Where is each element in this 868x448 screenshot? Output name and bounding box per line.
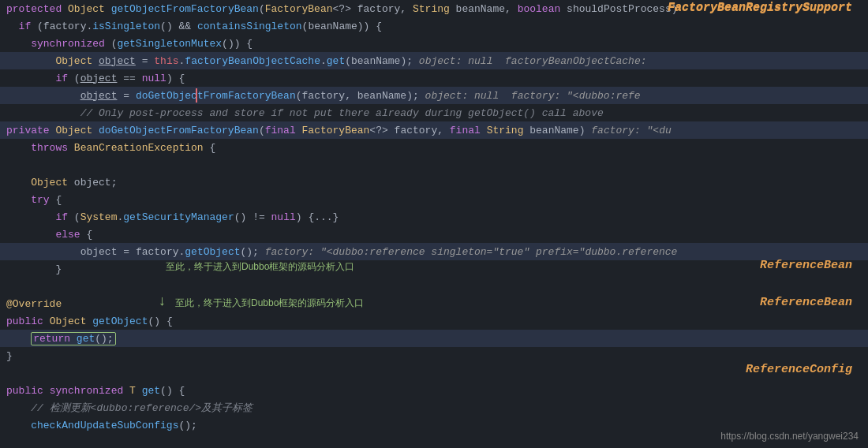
annotation-label-dubbo: 至此，终于进入到Dubbo框架的源码分析入口 [175,297,364,310]
code-line-14: else { [0,226,868,243]
code-line-17 [0,278,868,295]
code-area: protected Object getObjectFromFactoryBea… [0,0,868,448]
keyword-protected: protected [6,3,62,15]
code-line-9: throws BeanCreationException { [0,139,868,156]
code-line-15: object = factory.getObject(); factory: "… [0,243,868,260]
type-object: Object [68,3,105,15]
code-line-10 [0,156,868,174]
code-line-4: Object object = this.factoryBeanObjectCa… [0,52,868,69]
fn-getObject: getObjectFromFactoryBean [111,3,259,15]
reference-config-label: ReferenceConfig [746,363,852,376]
code-line-16: } [0,260,868,278]
code-line-21: } [0,347,868,364]
code-line-20: return get(); [0,330,868,347]
code-line-11: Object object; [0,174,868,191]
website-url: https://blog.csdn.net/yangwei234 [720,431,859,442]
code-line-24: // 检测更新<dubbo:reference/>及其子标签 [0,399,868,416]
code-line-18: @Override ↓ 至此，终于进入到Dubbo框架的源码分析入口 Refer… [0,295,868,312]
code-line-12: try { [0,191,868,208]
code-line-7: // Only post-process and store if not pu… [0,104,868,121]
factory-bean-registry-label: FactoryBeanRegistrySupport [668,2,852,15]
code-line-22 [0,364,868,382]
code-line-6: object = doGetObjectFromFactoryBean(fact… [0,87,868,104]
code-line-19: public Object getObject() { [0,312,868,330]
label-reference-bean: ReferenceBean [760,296,852,309]
code-line-3: synchronized (getSingletonMutex()) { [0,35,868,52]
code-line-2: if (factory.isSingleton() && containsSin… [0,17,868,35]
code-line-23: public synchronized T get() { [0,382,868,399]
reference-bean-label: ReferenceBean [760,259,852,272]
code-line-13: if (System.getSecurityManager() != null)… [0,208,868,226]
code-line-5: if (object == null) { [0,69,868,87]
arrow-down-icon: ↓ [158,293,166,309]
code-line-8: private Object doGetObjectFromFactoryBea… [0,121,868,139]
